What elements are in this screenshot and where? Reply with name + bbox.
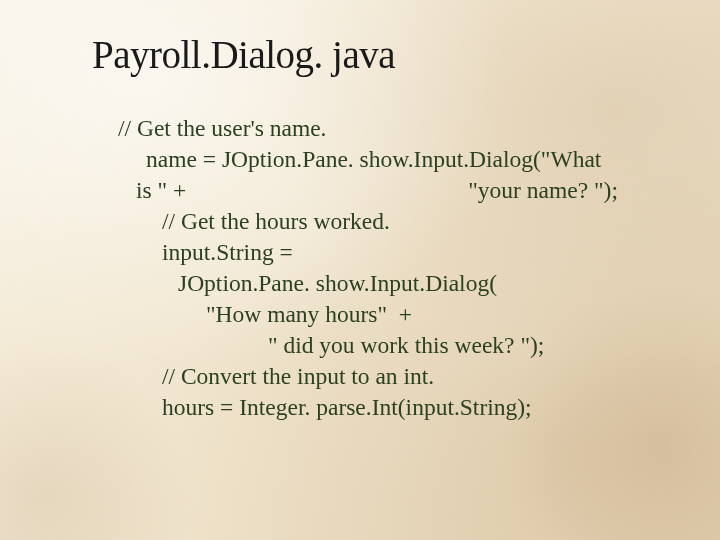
code-input-assign: input.String = (118, 237, 670, 268)
code-comment-convert: // Convert the input to an int. (118, 361, 670, 392)
code-comment-name: // Get the user's name. (118, 113, 670, 144)
code-fragment-a: is " + (136, 177, 186, 203)
code-name-assign: name = JOption.Pane. show.Input.Dialog("… (118, 144, 670, 175)
code-prompt-hours: "How many hours" + (118, 299, 670, 330)
code-comment-hours: // Get the hours worked. (118, 206, 670, 237)
slide-title: Payroll.Dialog. java (92, 32, 670, 77)
slide-container: Payroll.Dialog. java // Get the user's n… (0, 0, 720, 540)
code-hours-assign: hours = Integer. parse.Int(input.String)… (118, 392, 670, 423)
code-prompt-hours-cont: " did you work this week? "); (118, 330, 670, 361)
code-input-dialog: JOption.Pane. show.Input.Dialog( (118, 268, 670, 299)
code-block: // Get the user's name. name = JOption.P… (92, 113, 670, 423)
code-fragment-b: "your name? "); (186, 177, 618, 203)
code-name-assign-cont: is " +"your name? "); (118, 175, 670, 206)
